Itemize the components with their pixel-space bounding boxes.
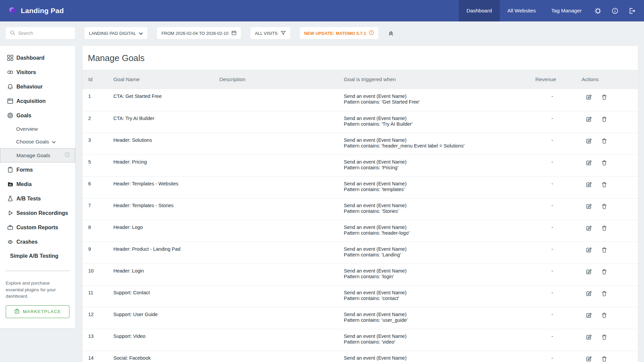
sidebar-item-label: Goals [16, 113, 31, 119]
goal-pattern-line: Pattern contains: 'Stories' [344, 208, 535, 214]
goal-table-row: 11 Support: Contact Send an event (Event… [83, 285, 638, 307]
sidebar-subitem-manage-goals[interactable]: Manage Goals ? [0, 148, 75, 163]
goal-id: 3 [83, 133, 113, 155]
sidebar-item-forms[interactable]: Forms [0, 163, 75, 177]
edit-goal-icon[interactable] [586, 225, 592, 232]
segment-label: ALL VISITS [255, 31, 277, 36]
settings-gear-icon[interactable] [589, 0, 606, 21]
logout-icon[interactable] [624, 0, 641, 21]
date-range-selector[interactable]: FROM 2026-02-04 TO 2026-02-10 [157, 27, 241, 39]
nav-dashboard-label: Dashboard [467, 8, 492, 14]
segment-funnel-icon [281, 31, 286, 36]
help-circle-icon[interactable]: ? [64, 152, 70, 159]
nav-dashboard[interactable]: Dashboard [459, 0, 500, 21]
sidebar-item-label: Simple A/B Testing [10, 253, 58, 259]
nav-all-websites[interactable]: All Websites [500, 0, 544, 21]
goal-revenue: - [535, 351, 582, 362]
delete-goal-icon[interactable] [601, 247, 607, 253]
help-info-icon[interactable] [606, 0, 624, 21]
edit-goal-icon[interactable] [586, 312, 592, 319]
edit-goal-icon[interactable] [586, 268, 592, 275]
edit-goal-icon[interactable] [586, 290, 592, 297]
delete-goal-icon[interactable] [601, 160, 607, 166]
sidebar-item-dashboard[interactable]: Dashboard [0, 51, 75, 65]
goal-trigger-cell: Send an event (Event Name) Pattern conta… [344, 155, 535, 176]
delete-goal-icon[interactable] [601, 268, 607, 275]
delete-goal-icon[interactable] [601, 225, 607, 232]
delete-goal-icon[interactable] [601, 312, 607, 319]
sidebar-item-acquisition[interactable]: Acquisition [0, 94, 75, 108]
delete-goal-icon[interactable] [601, 290, 607, 297]
goal-table-row: 8 Header: Logo Send an event (Event Name… [83, 220, 638, 242]
delete-goal-icon[interactable] [601, 116, 607, 123]
goal-id: 2 [83, 111, 113, 133]
nav-tag-manager[interactable]: Tag Manager [544, 0, 589, 21]
sidebar-subitem-overview[interactable]: Overview [0, 123, 75, 135]
goal-revenue: - [535, 111, 582, 133]
col-header-trigger: Goal is triggered when [344, 70, 535, 89]
marketplace-button[interactable]: MARKETPLACE [6, 305, 69, 318]
goal-id: 8 [83, 220, 113, 242]
sidebar-item-label: Custom Reports [16, 225, 58, 231]
segment-selector[interactable]: ALL VISITS [251, 27, 290, 39]
sidebar-item-visitors[interactable]: Visitors [0, 65, 75, 79]
delete-goal-icon[interactable] [601, 356, 607, 362]
delete-goal-icon[interactable] [601, 334, 607, 341]
site-selector[interactable]: LANDING PAD DIGITAL [85, 27, 147, 39]
search-box[interactable] [6, 27, 75, 39]
edit-goal-icon[interactable] [586, 181, 592, 188]
sidebar-item-crashes[interactable]: Crashes [0, 235, 75, 249]
edit-goal-icon[interactable] [586, 247, 592, 253]
goal-description [219, 263, 344, 285]
sidebar-item-media[interactable]: Media [0, 177, 75, 191]
goal-pattern-line: Pattern contains: 'Get Started Free' [344, 99, 535, 105]
edit-goal-icon[interactable] [586, 203, 592, 210]
collapse-angles-up-icon[interactable] [388, 31, 394, 36]
goal-trigger-cell: Send an event (Event Name) [344, 351, 535, 362]
goal-table-row: 3 Header: Solutions Send an event (Event… [83, 133, 638, 155]
goal-description [219, 285, 344, 307]
date-range-label: FROM 2026-02-04 TO 2026-02-10 [161, 31, 228, 36]
edit-goal-icon[interactable] [586, 94, 592, 101]
goal-id: 1 [83, 89, 113, 111]
goal-trigger-line: Send an event (Event Name) [344, 181, 535, 187]
sidebar-subitem-label: Overview [16, 126, 38, 132]
delete-goal-icon[interactable] [601, 181, 607, 188]
sidebar-item-ab-tests[interactable]: A/B Tests [0, 191, 75, 206]
goal-pattern-line: Pattern contains: 'header_menu Event lab… [344, 143, 535, 149]
sidebar-item-goals[interactable]: Goals [0, 108, 75, 123]
bell-icon [7, 83, 13, 90]
goal-trigger-cell: Send an event (Event Name) Pattern conta… [344, 220, 535, 242]
app-logo[interactable]: Landing Pad [0, 6, 64, 16]
sidebar-item-behaviour[interactable]: Behaviour [0, 79, 75, 94]
sidebar-item-label: Crashes [16, 239, 38, 245]
goal-trigger-cell: Send an event (Event Name) Pattern conta… [344, 133, 535, 155]
sidebar-subitem-choose-goals[interactable]: Choose Goals [0, 135, 75, 148]
edit-goal-icon[interactable] [586, 138, 592, 144]
edit-goal-icon[interactable] [586, 356, 592, 362]
delete-goal-icon[interactable] [601, 203, 607, 210]
goal-name: Header: Templates - Stories [113, 198, 219, 220]
sidebar-item-simple-ab-testing[interactable]: Simple A/B Testing [0, 249, 75, 263]
sidebar-item-custom-reports[interactable]: Custom Reports [0, 220, 75, 235]
sidebar-item-session-recordings[interactable]: Session Recordings [0, 206, 75, 220]
goal-trigger-line: Send an event (Event Name) [344, 116, 535, 121]
edit-goal-icon[interactable] [586, 160, 592, 166]
sidebar-item-label: Dashboard [16, 55, 45, 61]
goal-name: Header: Login [113, 263, 219, 285]
goal-actions-cell [582, 176, 638, 198]
goal-pattern-line: Pattern contains: 'login' [344, 274, 535, 280]
col-header-goal-name: Goal Name [113, 70, 219, 89]
goal-trigger-line: Send an event (Event Name) [344, 225, 535, 230]
edit-goal-icon[interactable] [586, 116, 592, 123]
goal-revenue: - [535, 133, 582, 155]
top-navbar: Landing Pad Dashboard All Websites Tag M… [0, 0, 644, 21]
search-input[interactable] [18, 31, 72, 36]
goal-actions-cell [582, 198, 638, 220]
goal-revenue: - [535, 285, 582, 307]
update-notice[interactable]: NEW UPDATE: MATOMO 5.7.1 [300, 27, 379, 39]
delete-goal-icon[interactable] [601, 138, 607, 144]
edit-goal-icon[interactable] [586, 334, 592, 341]
delete-goal-icon[interactable] [601, 94, 607, 101]
controls-bar: LANDING PAD DIGITAL FROM 2026-02-04 TO 2… [6, 27, 644, 39]
